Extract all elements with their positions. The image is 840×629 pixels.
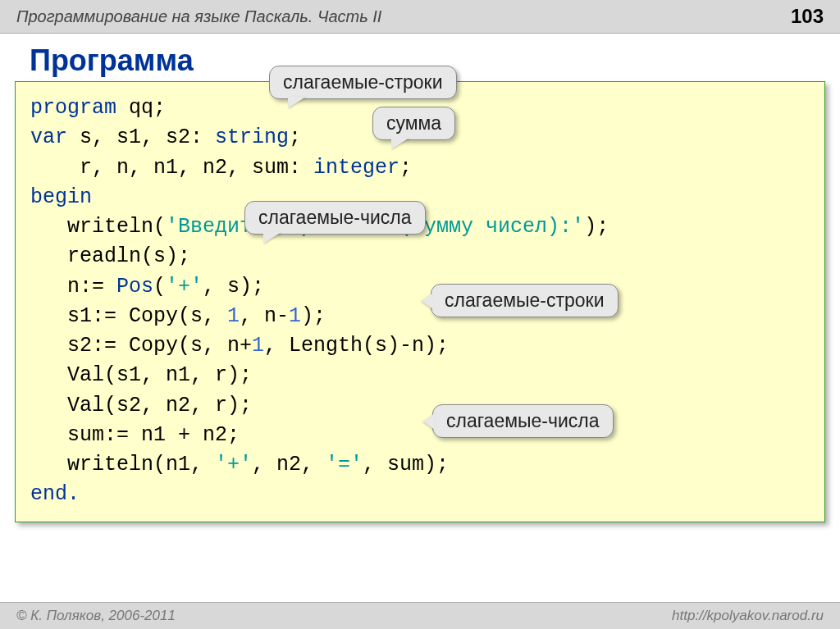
code-line: sum:= n1 + n2; — [30, 421, 810, 450]
page-number: 103 — [791, 5, 824, 28]
code-line: writeln(n1, '+', n2, '=', sum); — [30, 450, 810, 480]
code-line: s2:= Copy(s, n+1, Length(s)-n); — [30, 331, 810, 361]
code-line: Val(s2, n2, r); — [30, 391, 810, 421]
callout-slagaemye-stroki-1: слагаемые-строки — [269, 66, 457, 99]
code-line: Val(s1, n1, r); — [30, 361, 810, 390]
header: Программирование на языке Паскаль. Часть… — [0, 0, 840, 34]
callout-slagaemye-stroki-2: слагаемые-строки — [431, 284, 619, 317]
code-line: s1:= Copy(s, 1, n-1); — [30, 302, 810, 331]
footer: © К. Поляков, 2006-2011 http://kpolyakov… — [0, 602, 840, 629]
code-line: r, n, n1, n2, sum: integer; — [30, 153, 810, 183]
callout-summa: сумма — [372, 107, 455, 140]
footer-url: http://kpolyakov.narod.ru — [672, 608, 824, 624]
code-line: end. — [30, 480, 810, 509]
footer-copyright: © К. Поляков, 2006-2011 — [16, 608, 176, 624]
header-subject: Программирование на языке Паскаль. Часть… — [16, 7, 381, 26]
code-block: program qq; var s, s1, s2: string; r, n,… — [15, 81, 825, 522]
code-line: n:= Pos('+', s); — [30, 272, 810, 302]
code-line: readln(s); — [30, 242, 810, 271]
callout-slagaemye-chisla-1: слагаемые-числа — [244, 201, 426, 235]
callout-slagaemye-chisla-2: слагаемые-числа — [432, 404, 614, 438]
